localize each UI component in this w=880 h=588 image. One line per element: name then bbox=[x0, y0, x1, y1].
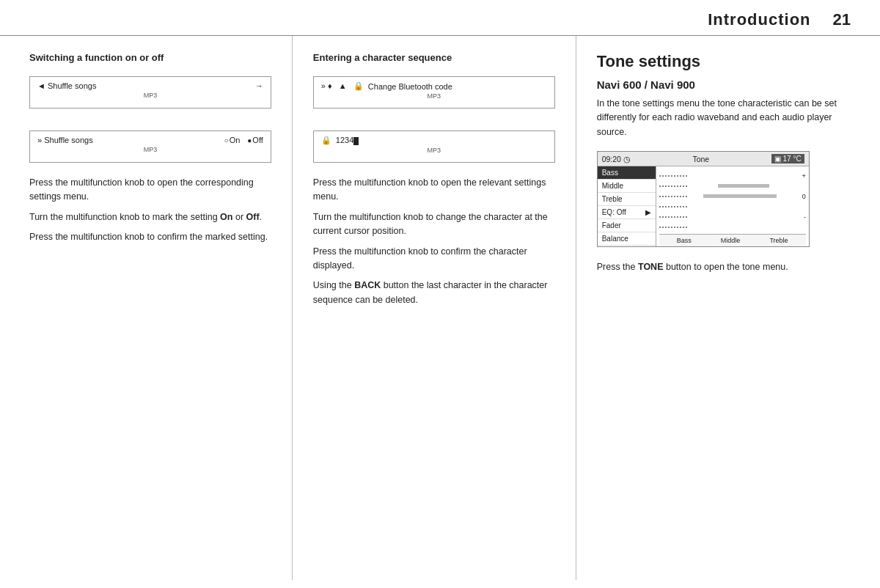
header-title: Introduction bbox=[708, 10, 810, 29]
dot bbox=[683, 216, 684, 218]
tone-temp: ▣ 17 °C bbox=[771, 154, 804, 163]
middle-desc: Press the multifunction knob to open the… bbox=[313, 176, 555, 307]
middle-desc-p3: Press the multifunction knob to confirm … bbox=[313, 245, 555, 273]
dot bbox=[677, 216, 678, 218]
chart-plus: + bbox=[802, 172, 805, 180]
dot bbox=[683, 196, 684, 197]
dot bbox=[662, 206, 664, 207]
tone-ui-title: Tone bbox=[692, 155, 709, 163]
dot bbox=[662, 216, 664, 218]
tone-list-treble: Treble bbox=[598, 193, 656, 206]
cursor bbox=[353, 137, 359, 145]
dot bbox=[668, 227, 670, 228]
chart-eq-row bbox=[659, 202, 806, 212]
dot bbox=[686, 175, 687, 177]
middle-bar bbox=[718, 184, 769, 188]
dot bbox=[659, 227, 661, 228]
shuffle-onoff-sublabel: MP3 bbox=[37, 146, 263, 153]
off-option: Off bbox=[247, 136, 263, 144]
tone-chart-area: + bbox=[659, 169, 806, 234]
box-group-onoff: » Shuffle songs On Off MP3 bbox=[29, 131, 271, 163]
page-number: 21 bbox=[833, 10, 851, 29]
on-option: On bbox=[224, 136, 241, 144]
dot bbox=[665, 216, 667, 218]
dot bbox=[671, 175, 672, 177]
shuffle-onoff-label: » Shuffle songs bbox=[37, 136, 93, 144]
dot bbox=[680, 196, 681, 197]
char-seq-row: 🔒 1234 bbox=[321, 136, 547, 145]
dot bbox=[680, 206, 681, 207]
dot bbox=[686, 185, 687, 187]
col-middle-title: Entering a character sequence bbox=[313, 52, 555, 63]
dot bbox=[671, 227, 672, 228]
bt-prefix-text: » ♦ ▲ 🔒 bbox=[321, 81, 364, 91]
left-desc-p3: Press the multifunction knob to confirm … bbox=[29, 230, 271, 244]
bt-sublabel: MP3 bbox=[321, 92, 547, 100]
middle-desc-p4: Using the BACK button the last character… bbox=[313, 279, 555, 307]
dot bbox=[674, 185, 675, 187]
tone-press-text: Press the TONE button to open the tone m… bbox=[597, 260, 851, 274]
dot bbox=[677, 175, 678, 177]
dot bbox=[662, 227, 664, 228]
col-character: Entering a character sequence » ♦ ▲ 🔒 Ch… bbox=[293, 36, 576, 580]
char-seq-group: 🔒 1234 MP3 bbox=[313, 131, 555, 163]
dot bbox=[674, 206, 675, 207]
bt-prefix: » ♦ ▲ 🔒 Change Bluetooth code bbox=[321, 81, 452, 91]
shuffle-before-box: ◄ Shuffle songs → MP3 bbox=[29, 76, 271, 109]
chart-minus: - bbox=[804, 213, 806, 221]
dot bbox=[659, 206, 661, 207]
tone-list-fader: Fader bbox=[598, 219, 656, 232]
tone-ui-header: 09:20 ◷ Tone ▣ 17 °C bbox=[598, 152, 809, 166]
left-desc-p2: Turn the multifunction knob to mark the … bbox=[29, 210, 271, 224]
dot bbox=[659, 185, 661, 187]
tone-title: Tone settings bbox=[597, 52, 851, 71]
dot bbox=[671, 185, 672, 187]
chart-balance-row bbox=[659, 222, 806, 232]
tone-list-bass: Bass bbox=[598, 166, 656, 180]
footer-treble: Treble bbox=[769, 237, 788, 244]
chart-bass-row: + bbox=[659, 171, 806, 181]
page-header: Introduction 21 bbox=[0, 0, 880, 36]
dot bbox=[680, 216, 681, 218]
dot bbox=[665, 175, 667, 177]
shuffle-onoff-row: » Shuffle songs On Off bbox=[37, 136, 263, 144]
col-switching: Switching a function on or off ◄ Shuffle… bbox=[0, 36, 293, 580]
dot bbox=[674, 216, 675, 218]
left-desc-p1: Press the multifunction knob to open the… bbox=[29, 176, 271, 205]
dot bbox=[677, 206, 678, 207]
dot bbox=[686, 216, 687, 218]
dot bbox=[665, 227, 667, 228]
dot bbox=[683, 175, 684, 177]
dot bbox=[659, 216, 661, 218]
tone-ui-mockup: 09:20 ◷ Tone ▣ 17 °C Bass Middle Treble … bbox=[597, 151, 810, 247]
dot bbox=[671, 196, 672, 197]
dot bbox=[683, 185, 684, 187]
tone-list-eq: EQ: Off ▶ bbox=[598, 206, 656, 219]
dot bbox=[671, 216, 672, 218]
dot bbox=[659, 196, 661, 197]
dot bbox=[662, 175, 664, 177]
bt-label: Change Bluetooth code bbox=[368, 82, 452, 91]
dot bbox=[680, 227, 681, 228]
tone-list-middle: Middle bbox=[598, 180, 656, 193]
tone-list: Bass Middle Treble EQ: Off ▶ Fader Balan… bbox=[598, 166, 656, 246]
dot bbox=[674, 227, 675, 228]
left-desc: Press the multifunction knob to open the… bbox=[29, 176, 271, 245]
chart-middle-row bbox=[659, 181, 806, 191]
char-seq-sublabel: MP3 bbox=[321, 147, 547, 154]
dot bbox=[674, 196, 675, 197]
chart-treble-row: 0 bbox=[659, 191, 806, 202]
dot bbox=[671, 206, 672, 207]
dot bbox=[665, 196, 667, 197]
tone-intro: In the tone settings menu the tone chara… bbox=[597, 97, 851, 139]
shuffle-onoff-box: » Shuffle songs On Off MP3 bbox=[29, 131, 271, 163]
dot bbox=[683, 206, 684, 207]
dot bbox=[668, 216, 670, 218]
shuffle-before-sublabel: MP3 bbox=[37, 92, 263, 99]
chart-fader-row: - bbox=[659, 212, 806, 222]
dot bbox=[662, 185, 664, 187]
shuffle-options: On Off bbox=[224, 136, 263, 144]
col-tone: Tone settings Navi 600 / Navi 900 In the… bbox=[576, 36, 880, 580]
char-seq-box: 🔒 1234 MP3 bbox=[313, 131, 555, 163]
bt-box: » ♦ ▲ 🔒 Change Bluetooth code MP3 bbox=[313, 76, 555, 109]
